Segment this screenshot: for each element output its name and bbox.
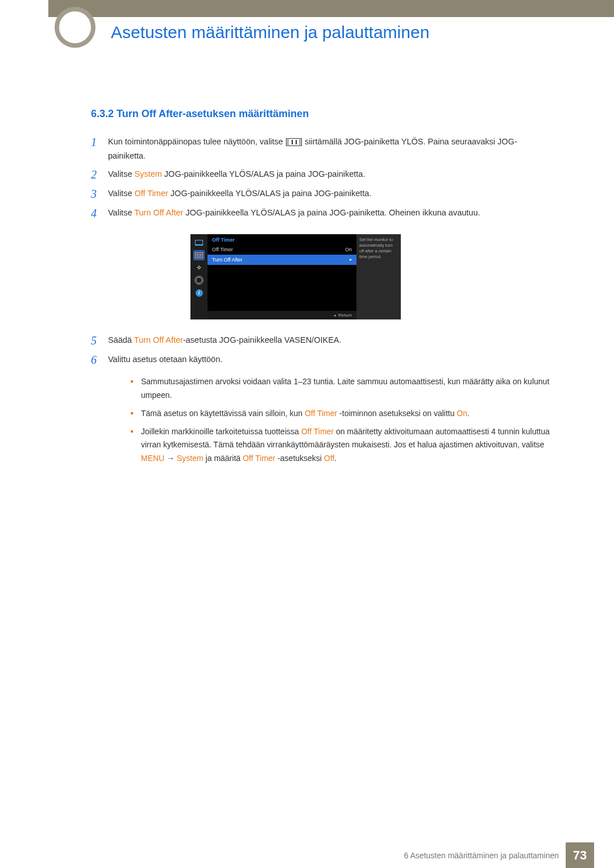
osd-footer: ◂Return	[208, 311, 356, 319]
step-number: 1	[91, 135, 108, 163]
osd-row-off-timer: Off Timer On	[208, 244, 356, 255]
step-number: 5	[91, 333, 108, 348]
step-text: Valitse Off Timer JOG-painikkeella YLÖS/…	[108, 186, 554, 201]
page-footer: 6 Asetusten määrittäminen ja palauttamin…	[0, 842, 614, 868]
label-on: On	[457, 409, 467, 418]
osd-tab-settings-icon	[193, 275, 205, 285]
page-title: Asetusten määrittäminen ja palauttaminen	[111, 23, 429, 42]
section-heading: 6.3.2 Turn Off After-asetuksen määrittäm…	[91, 108, 554, 120]
note-item: Joillekin markkinoille tarkoitetuissa tu…	[131, 425, 554, 466]
osd-screenshot: ✧ i Off Timer Off Timer On Turn Off Afte…	[190, 234, 401, 319]
step-4: 4 Valitse Turn Off After JOG-painikkeell…	[91, 206, 554, 221]
osd-tab-picture-icon	[193, 238, 205, 248]
step-3: 3 Valitse Off Timer JOG-painikkeella YLÖ…	[91, 186, 554, 201]
osd-description: Set the monitor to automatically turn of…	[356, 234, 401, 319]
label-system: System	[134, 169, 161, 178]
label-system: System	[177, 454, 204, 463]
header-bar	[0, 0, 614, 17]
label-off-timer: Off Timer	[243, 454, 275, 463]
step-text: Valitse Turn Off After JOG-painikkeella …	[108, 206, 554, 221]
step-2: 2 Valitse System JOG-painikkeella YLÖS/A…	[91, 167, 554, 182]
osd-row-value: On	[345, 247, 352, 252]
step-text: Kun toimintonäppäinopas tulee näyttöön, …	[108, 135, 554, 163]
osd-row-turn-off-after: Turn Off After ▸	[208, 255, 356, 265]
label-off-timer: Off Timer	[134, 189, 168, 198]
step-5: 5 Säädä Turn Off After-asetusta JOG-pain…	[91, 333, 554, 348]
step-number: 2	[91, 167, 108, 182]
label-menu: MENU	[141, 454, 164, 463]
step-6: 6 Valittu asetus otetaan käyttöön.	[91, 352, 554, 367]
section-title: Turn Off After-asetuksen määrittäminen	[117, 108, 309, 119]
menu-icon	[288, 138, 300, 146]
step-text: Säädä Turn Off After-asetusta JOG-painik…	[108, 333, 554, 348]
step-list: 1 Kun toimintonäppäinopas tulee näyttöön…	[91, 135, 554, 221]
label-off-timer: Off Timer	[301, 427, 334, 436]
step-number: 3	[91, 186, 108, 201]
step-text: Valittu asetus otetaan käyttöön.	[108, 352, 554, 367]
osd-row-label: Turn Off After	[212, 257, 243, 263]
label-turn-off-after: Turn Off After	[134, 208, 183, 217]
chapter-number-circle	[55, 7, 96, 48]
section-number: 6.3.2	[91, 108, 114, 119]
note-item: Tämä asetus on käytettävissä vain silloi…	[131, 407, 554, 421]
osd-main: Off Timer Off Timer On Turn Off After ▸ …	[208, 234, 356, 319]
step-number: 4	[91, 206, 108, 221]
step-text: Valitse System JOG-painikkeella YLÖS/ALA…	[108, 167, 554, 182]
triangle-left-icon: ◂	[334, 313, 336, 317]
osd-menu-title: Off Timer	[208, 234, 356, 244]
step-list-cont: 5 Säädä Turn Off After-asetusta JOG-pain…	[91, 333, 554, 367]
osd-return-label: Return	[338, 313, 352, 318]
content-area: 6.3.2 Turn Off After-asetuksen määrittäm…	[91, 108, 554, 470]
osd-tab-info-icon: i	[193, 288, 205, 298]
note-list: Sammutusajastimen arvoksi voidaan valita…	[131, 375, 554, 466]
page-number: 73	[566, 842, 594, 868]
note-item: Sammutusajastimen arvoksi voidaan valita…	[131, 375, 554, 402]
footer-chapter: 6 Asetusten määrittäminen ja palauttamin…	[404, 851, 559, 860]
osd-sidebar: ✧ i	[190, 234, 208, 319]
osd-tab-screen-icon	[193, 250, 205, 260]
step-number: 6	[91, 352, 108, 367]
osd-row-label: Off Timer	[212, 247, 233, 252]
arrow-right-icon: →	[164, 454, 177, 463]
osd-tab-nav-icon: ✧	[193, 263, 205, 273]
header-gutter	[0, 0, 48, 17]
chevron-right-icon: ▸	[350, 257, 352, 263]
step-1: 1 Kun toimintonäppäinopas tulee näyttöön…	[91, 135, 554, 163]
label-turn-off-after: Turn Off After	[134, 335, 183, 344]
label-off: Off	[324, 454, 334, 463]
label-off-timer: Off Timer	[305, 409, 337, 418]
